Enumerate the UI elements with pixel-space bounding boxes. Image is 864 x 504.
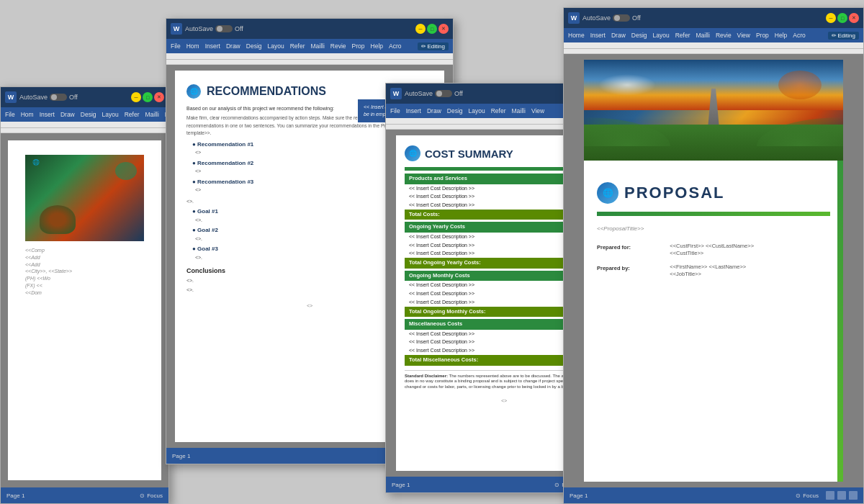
page-area-4: <<CurrentDate>> 🌐 PROPOSAL <<Propo <box>564 54 863 487</box>
menu-draw-1[interactable]: Draw <box>60 111 75 118</box>
maximize-button-1[interactable]: □ <box>143 92 153 102</box>
close-button-1[interactable]: ✕ <box>154 92 164 102</box>
autosave-control-1[interactable]: AutoSave Off <box>19 94 78 101</box>
focus-label-1: Focus <box>147 492 163 499</box>
cost-title: COST SUMMARY <box>425 146 513 161</box>
menu-layout-1[interactable]: Layou <box>102 111 119 118</box>
autosave-toggle-3[interactable] <box>435 90 452 97</box>
menu-mailings-2[interactable]: Mailli <box>310 42 324 50</box>
menu-references-2[interactable]: Refer <box>290 42 305 50</box>
menu-mailings-4[interactable]: Mailli <box>696 32 710 39</box>
minimize-button-2[interactable]: ─ <box>415 24 426 34</box>
page-indicator-2: Page 1 <box>172 453 190 459</box>
menu-design-2[interactable]: Desig <box>246 42 262 50</box>
autosave-state-1: Off <box>69 94 78 101</box>
view-icon-4a[interactable] <box>826 491 834 500</box>
ruler-2 <box>166 53 453 65</box>
menu-layout-3[interactable]: Layou <box>469 107 485 114</box>
menu-layout-2[interactable]: Layou <box>268 42 284 50</box>
title-bar-2: W AutoSave Off ─ □ ✕ <box>166 19 453 39</box>
clouds-element <box>598 74 656 96</box>
menu-references-3[interactable]: Refer <box>491 107 506 114</box>
menu-file-2[interactable]: File <box>171 42 181 50</box>
editing-label-4: Editing <box>838 32 855 39</box>
maximize-button-4[interactable]: □ <box>837 13 847 23</box>
proposal-details-table: Prepared for: <<CustFirst>> <<CustLastNa… <box>597 243 830 279</box>
win1-phone-placeholder: (PH) <<Wo <box>25 275 144 282</box>
close-button-2[interactable]: ✕ <box>438 24 449 34</box>
proposal-title-area: 🌐 PROPOSAL <box>597 182 830 204</box>
word-window-4[interactable]: W AutoSave Off ─ □ ✕ Home Insert Draw De… <box>563 7 864 504</box>
autosave-toggle-4[interactable] <box>613 14 630 22</box>
win1-body-content: <<Comp <<Add <<Add <<City>>, <<State>> (… <box>25 247 144 297</box>
menu-view-4[interactable]: View <box>737 32 750 39</box>
autosave-label-1: AutoSave <box>19 94 48 101</box>
recommendations-logo: 🌐 <box>186 84 201 99</box>
menu-view-3[interactable]: View <box>531 107 544 114</box>
word-logo-icon-2: W <box>171 23 182 35</box>
menu-draw-3[interactable]: Draw <box>427 107 441 114</box>
win1-fax-placeholder: (FX) << <box>25 282 144 289</box>
prepared-by-row: Prepared by: <<FirstName>> <<LastName>> … <box>597 264 830 279</box>
menu-file-1[interactable]: File <box>5 111 15 118</box>
menu-references-1[interactable]: Refer <box>125 111 140 118</box>
menu-design-1[interactable]: Desig <box>81 111 96 118</box>
menu-mailings-3[interactable]: Mailli <box>512 107 526 114</box>
menu-references-4[interactable]: Refer <box>675 32 690 39</box>
close-button-4[interactable]: ✕ <box>849 13 859 23</box>
menu-insert-2[interactable]: Insert <box>205 42 220 50</box>
menu-prop-2[interactable]: Prop <box>352 42 365 50</box>
menu-home-1[interactable]: Hom <box>21 111 34 118</box>
proposal-logo: 🌐 <box>597 182 618 204</box>
menu-acro-4[interactable]: Acro <box>793 32 805 39</box>
win1-address1-placeholder: <<Add <box>25 254 144 261</box>
autosave-toggle-1[interactable] <box>50 94 67 101</box>
menu-draw-2[interactable]: Draw <box>226 42 240 50</box>
proposal-content-area: 🌐 PROPOSAL <<ProposalTitle>> Prepared fo… <box>584 172 843 289</box>
menu-layout-4[interactable]: Layou <box>653 32 670 39</box>
prepared-by-title: <<JobTitle>> <box>670 271 830 279</box>
menu-insert-1[interactable]: Insert <box>40 111 55 118</box>
maximize-button-2[interactable]: □ <box>427 24 437 34</box>
win1-city-state-placeholder: <<City>>, <<State>> <box>25 268 144 275</box>
win1-company-placeholder: <<Comp <box>25 247 144 254</box>
word-window-1[interactable]: W AutoSave Off ─ □ ✕ File Hom Insert Dra… <box>0 86 169 504</box>
menu-draw-4[interactable]: Draw <box>611 32 626 39</box>
autosave-control-3[interactable]: AutoSave Off <box>405 90 463 97</box>
bird-decoration <box>40 205 76 234</box>
title-bar-1: W AutoSave Off ─ □ ✕ <box>1 87 168 107</box>
menu-file-3[interactable]: File <box>390 107 400 114</box>
menu-design-4[interactable]: Desig <box>631 32 647 39</box>
view-icon-4c[interactable] <box>849 491 858 500</box>
autosave-control-2[interactable]: AutoSave Off <box>185 25 243 32</box>
ribbon-4: Home Insert Draw Desig Layou Refer Maill… <box>564 28 863 42</box>
menu-help-4[interactable]: Help <box>775 32 787 39</box>
focus-label-4: Focus <box>803 492 819 499</box>
prepared-by-value: <<FirstName>> <<LastName>> <<JobTitle>> <box>670 264 830 279</box>
page-area-1: 🌐 <<Comp <<Add <<Add <<City>>, <<State>>… <box>1 133 168 487</box>
minimize-button-1[interactable]: ─ <box>131 92 141 102</box>
menu-review-2[interactable]: Revie <box>330 42 346 50</box>
focus-button-1[interactable]: ⊙ Focus <box>140 492 163 499</box>
proposal-title-placeholder: <<ProposalTitle>> <box>597 225 830 233</box>
menu-home-2[interactable]: Hom <box>186 42 199 50</box>
word-logo-icon: W <box>5 91 17 103</box>
tropical-bird-image: 🌐 <box>25 155 144 241</box>
view-icon-4b[interactable] <box>837 491 846 500</box>
menu-design-3[interactable]: Desig <box>447 107 463 114</box>
menu-acro-2[interactable]: Acro <box>389 42 401 50</box>
minimize-button-4[interactable]: ─ <box>826 13 836 23</box>
focus-button-4[interactable]: ⊙ Focus <box>796 492 819 499</box>
menu-mailings-1[interactable]: Mailli <box>145 111 158 118</box>
autosave-toggle-2[interactable] <box>215 25 233 32</box>
menu-insert-3[interactable]: Insert <box>406 107 421 114</box>
menu-insert-4[interactable]: Insert <box>590 32 606 39</box>
menu-help-2[interactable]: Help <box>371 42 383 50</box>
menu-review-4[interactable]: Revie <box>716 32 732 39</box>
autosave-state-4: Off <box>632 14 641 22</box>
focus-icon-3: ⊙ <box>554 482 559 488</box>
menu-home-4[interactable]: Home <box>568 32 585 39</box>
title-bar-4: W AutoSave Off ─ □ ✕ <box>564 8 863 28</box>
autosave-control-4[interactable]: AutoSave Off <box>582 14 641 22</box>
menu-prop-4[interactable]: Prop <box>756 32 769 39</box>
